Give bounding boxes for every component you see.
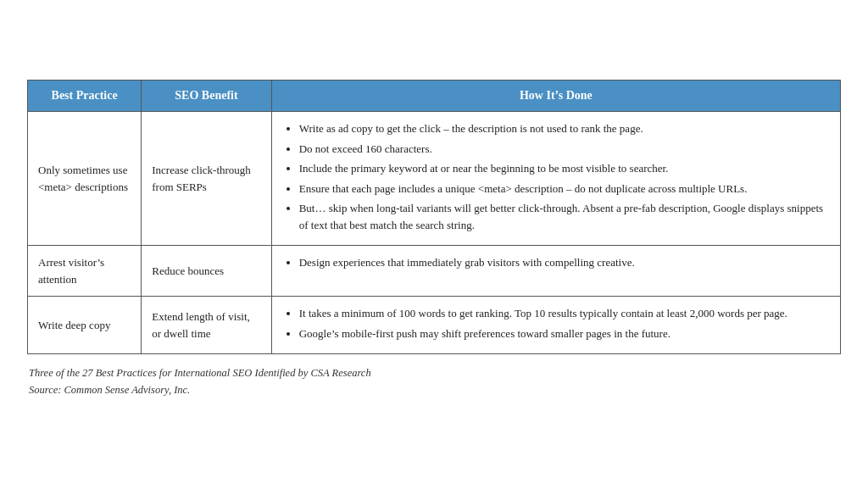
header-benefit: SEO Benefit (142, 81, 271, 112)
row-0-practice: Only sometimes use <meta> descriptions (28, 112, 142, 246)
row-0-howdone: Write as ad copy to get the click – the … (271, 112, 840, 246)
how-list-item: But… skip when long-tail variants will g… (299, 200, 830, 233)
row-1-benefit: Reduce bounces (142, 246, 271, 297)
row-2-benefit: Extend length of visit, or dwell time (142, 297, 271, 354)
header-howdone: How It’s Done (271, 81, 840, 112)
header-practice: Best Practice (28, 81, 142, 112)
table-wrapper: Best Practice SEO Benefit How It’s Done … (27, 80, 841, 398)
caption-area: Three of the 27 Best Practices for Inter… (27, 364, 841, 398)
row-1-howdone: Design experiences that immediately grab… (271, 246, 840, 297)
how-list-item: Write as ad copy to get the click – the … (299, 120, 830, 137)
row-2-practice: Write deep copy (28, 297, 142, 354)
how-list-item: Include the primary keyword at or near t… (299, 160, 830, 177)
how-list-item: Ensure that each page includes a unique … (299, 181, 830, 197)
row-1-practice: Arrest visitor’s attention (28, 246, 142, 297)
caption-line-2: Source: Common Sense Advisory, Inc. (29, 381, 841, 398)
how-list-item: It takes a minimum of 100 words to get r… (299, 305, 830, 322)
how-list-item: Do not exceed 160 characters. (299, 141, 830, 158)
row-0-benefit: Increase click-through from SERPs (142, 112, 271, 246)
row-2-howdone: It takes a minimum of 100 words to get r… (271, 297, 840, 354)
seo-table: Best Practice SEO Benefit How It’s Done … (27, 80, 841, 354)
how-list-item: Design experiences that immediately grab… (299, 254, 830, 271)
page-container: Best Practice SEO Benefit How It’s Done … (0, 0, 868, 478)
how-list-item: Google’s mobile-first push may shift pre… (299, 325, 830, 342)
caption-line-1: Three of the 27 Best Practices for Inter… (29, 364, 841, 381)
